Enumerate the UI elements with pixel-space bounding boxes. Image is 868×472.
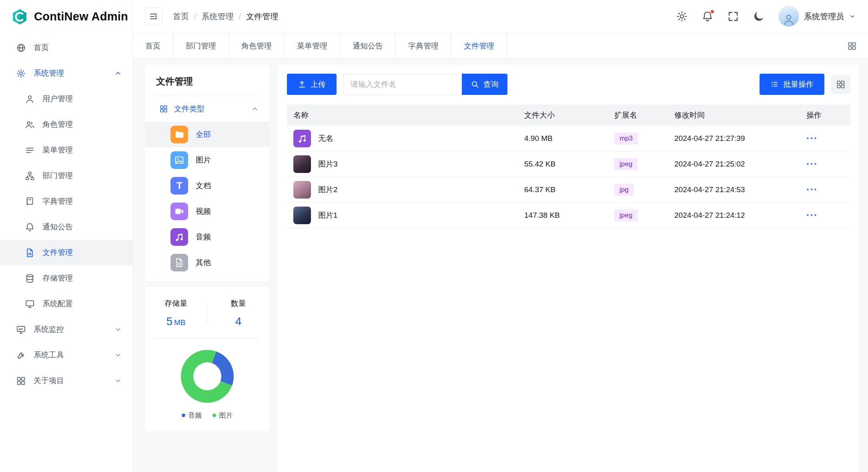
file-ext-cell: jpeg (610, 209, 670, 221)
file-type-audio[interactable]: 音频 (145, 224, 269, 250)
sidebar-item-system-monitor[interactable]: 系统监控 (0, 317, 132, 342)
upload-button[interactable]: 上传 (287, 74, 337, 95)
query-button[interactable]: 查询 (462, 74, 507, 95)
toolbar-right: 批量操作 (760, 74, 850, 95)
worktab-label: 部门管理 (186, 41, 216, 51)
worktab-menu[interactable]: 菜单管理 (285, 33, 340, 58)
file-icon (170, 254, 188, 271)
gear-icon (16, 68, 26, 78)
sidebar-item-about-project[interactable]: 关于项目 (0, 368, 132, 394)
dark-mode-button[interactable] (753, 10, 765, 22)
moon-icon (753, 10, 765, 22)
sidebar-item-dept-management[interactable]: 部门管理 (0, 163, 132, 189)
sidebar-collapse-button[interactable] (145, 8, 162, 25)
legend-dot (182, 414, 185, 417)
legend-label: 图片 (219, 411, 233, 420)
worktab-bar: 首页 部门管理 角色管理 菜单管理 通知公告 字典管理 文件管理 (133, 33, 868, 59)
more-actions-button[interactable]: ··· (806, 159, 818, 169)
file-type-document[interactable]: T 文档 (145, 173, 269, 199)
sidebar-item-user-management[interactable]: 用户管理 (0, 86, 132, 112)
notification-button[interactable] (702, 10, 714, 22)
app-logo-icon (11, 8, 28, 25)
fullscreen-button[interactable] (727, 10, 739, 22)
document-icon: T (170, 177, 188, 195)
stats-row: 存储量 5MB 数量 4 (145, 298, 269, 328)
dictionary-icon (25, 197, 35, 207)
column-header-time: 修改时间 (670, 110, 802, 121)
worktab-home[interactable]: 首页 (133, 33, 173, 58)
worktab-role[interactable]: 角色管理 (229, 33, 285, 58)
sidebar-item-system-config[interactable]: 系统配置 (0, 291, 132, 317)
sidebar-item-label: 系统监控 (34, 324, 64, 335)
image-icon (170, 151, 188, 169)
search-input[interactable] (343, 74, 462, 95)
breadcrumb: 首页 / 系统管理 / 文件管理 (173, 11, 278, 22)
chevron-down-icon (849, 13, 856, 20)
sidebar-item-menu-management[interactable]: 菜单管理 (0, 137, 132, 163)
sidebar-item-storage-management[interactable]: 存储管理 (0, 265, 132, 291)
more-actions-button[interactable]: ··· (806, 184, 818, 195)
sidebar-item-dict-management[interactable]: 字典管理 (0, 189, 132, 214)
breadcrumb-separator: / (194, 12, 196, 21)
table-row[interactable]: 图片1 147.38 KB jpeg 2024-04-27 21:24:12 ·… (287, 203, 850, 228)
sidebar-item-system-management[interactable]: 系统管理 (0, 60, 132, 86)
file-table: 名称 文件大小 扩展名 修改时间 操作 无名 4.90 MB mp3 202 (287, 104, 850, 228)
sidebar-item-system-tools[interactable]: 系统工具 (0, 342, 132, 368)
breadcrumb-home[interactable]: 首页 (173, 11, 189, 22)
app-logo[interactable]: ContiNew Admin (0, 0, 132, 33)
table-row[interactable]: 图片3 55.42 KB jpeg 2024-04-27 21:25:02 ··… (287, 151, 850, 177)
table-header: 名称 文件大小 扩展名 修改时间 操作 (287, 104, 850, 126)
users-icon (25, 120, 35, 130)
image-thumbnail (293, 155, 311, 173)
menu-list-icon (25, 145, 35, 155)
upload-button-label: 上传 (311, 79, 326, 90)
app-title: ContiNew Admin (34, 10, 128, 23)
file-type-all[interactable]: 全部 (145, 122, 269, 147)
sidebar-item-label: 部门管理 (42, 171, 73, 181)
grid-view-toggle-button[interactable] (831, 75, 850, 94)
legend-dot (212, 414, 216, 417)
table-row[interactable]: 图片2 64.37 KB jpg 2024-04-27 21:24:53 ··· (287, 177, 850, 203)
file-type-root-label: 文件类型 (174, 104, 204, 114)
worktab-notice[interactable]: 通知公告 (340, 33, 396, 58)
file-type-image[interactable]: 图片 (145, 147, 269, 173)
storage-stat-value: 5MB (145, 315, 207, 328)
count-stat: 数量 4 (207, 298, 269, 328)
breadcrumb-system-management[interactable]: 系统管理 (202, 11, 234, 22)
table-row[interactable]: 无名 4.90 MB mp3 2024-04-27 21:27:39 ··· (287, 126, 850, 151)
worktab-dict[interactable]: 字典管理 (396, 33, 451, 58)
image-thumbnail (293, 181, 311, 199)
avatar-person-icon (782, 13, 796, 26)
sidebar-item-notice[interactable]: 通知公告 (0, 214, 132, 240)
image-thumbnail (293, 207, 311, 224)
sidebar-item-label: 系统管理 (34, 68, 64, 78)
more-actions-button[interactable]: ··· (806, 133, 818, 143)
bell-icon (25, 222, 35, 232)
worktab-label: 字典管理 (408, 41, 439, 51)
settings-button[interactable] (676, 10, 688, 22)
file-type-column: 文件管理 文件类型 全部 图片 (145, 65, 269, 472)
tools-icon (16, 350, 26, 360)
divider (155, 338, 259, 339)
file-type-video[interactable]: 视频 (145, 199, 269, 224)
file-type-panel: 文件管理 文件类型 全部 图片 (145, 65, 269, 281)
file-ext-cell: jpg (610, 184, 670, 196)
sidebar-item-file-management[interactable]: 文件管理 (0, 240, 132, 265)
fullscreen-icon (727, 10, 739, 22)
file-type-other[interactable]: 其他 (145, 250, 269, 275)
sidebar-item-role-management[interactable]: 角色管理 (0, 112, 132, 137)
more-actions-button[interactable]: ··· (806, 210, 818, 220)
worktab-grid-menu-icon[interactable] (847, 41, 857, 51)
sidebar-item-home[interactable]: 首页 (0, 35, 132, 60)
file-list-panel: 上传 查询 批量操作 (278, 65, 859, 472)
batch-operation-button[interactable]: 批量操作 (760, 74, 824, 95)
file-type-root[interactable]: 文件类型 (145, 96, 269, 122)
count-stat-label: 数量 (207, 298, 269, 309)
worktab-file[interactable]: 文件管理 (451, 33, 507, 58)
folder-icon (170, 126, 188, 143)
worktab-dept[interactable]: 部门管理 (173, 33, 229, 58)
file-ext-cell: jpeg (610, 158, 670, 170)
breadcrumb-current: 文件管理 (246, 11, 278, 22)
user-menu[interactable]: 系统管理员 (778, 6, 856, 27)
file-name-cell: 无名 (287, 130, 520, 147)
